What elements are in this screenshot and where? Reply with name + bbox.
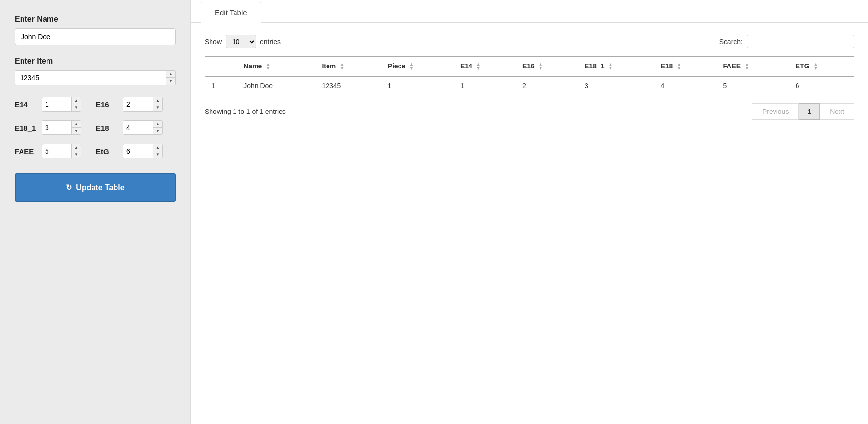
e18-field: E18 ▲ ▼: [96, 120, 163, 135]
faee-spin-down[interactable]: ▼: [72, 151, 81, 158]
search-input[interactable]: [747, 35, 854, 48]
faee-field: FAEE ▲ ▼: [15, 144, 81, 158]
e18_1-spin-up[interactable]: ▲: [72, 121, 81, 128]
e18_1-field: E18_1 ▲ ▼: [15, 120, 81, 135]
row-etg: 6: [789, 76, 854, 94]
col-item[interactable]: Item ▲▼: [315, 57, 380, 76]
item-input[interactable]: [15, 71, 166, 85]
update-table-button[interactable]: ↻ Update Table: [15, 173, 176, 202]
e14-field: E14 ▲ ▼: [15, 97, 81, 112]
e14-input[interactable]: [42, 97, 71, 111]
entries-select[interactable]: 10 25 50 100: [226, 35, 256, 48]
next-button[interactable]: Next: [820, 103, 854, 120]
e16-spin-up[interactable]: ▲: [153, 97, 162, 104]
row-e14: 1: [453, 76, 516, 94]
datatable-controls: Show 10 25 50 100 entries Search:: [205, 35, 854, 48]
etg-spin-up[interactable]: ▲: [153, 144, 162, 151]
previous-button[interactable]: Previous: [752, 103, 799, 120]
e18-spin-up[interactable]: ▲: [153, 121, 162, 128]
e16-label: E16: [96, 100, 118, 109]
table-header-row: Name ▲▼ Item ▲▼ Piece ▲▼ E14 ▲▼: [205, 57, 854, 76]
e18_1-spin-down[interactable]: ▼: [72, 128, 81, 134]
e14-spin-up[interactable]: ▲: [72, 97, 81, 104]
faee-input[interactable]: [42, 144, 71, 158]
col-e18_1[interactable]: E18_1 ▲▼: [578, 57, 654, 76]
enter-item-label: Enter Item: [15, 57, 176, 66]
show-entries: Show 10 25 50 100 entries: [205, 35, 281, 48]
etg-input-wrap: ▲ ▼: [123, 144, 163, 158]
update-icon: ↻: [66, 183, 72, 192]
etg-label: EtG: [96, 147, 118, 156]
e14-label: E14: [15, 100, 37, 109]
e18-input-wrap: ▲ ▼: [123, 120, 163, 135]
e16-spin: ▲ ▼: [153, 97, 162, 111]
e16-spin-down[interactable]: ▼: [153, 104, 162, 111]
etg-spin: ▲ ▼: [153, 144, 162, 158]
e18_1-input-wrap: ▲ ▼: [42, 120, 81, 135]
etg-field: EtG ▲ ▼: [96, 144, 163, 158]
numeric-fields: E14 ▲ ▼ E16 ▲ ▼: [15, 97, 176, 158]
col-faee[interactable]: FAEE ▲▼: [716, 57, 789, 76]
left-panel: Enter Name Enter Item ▲ ▼ E14 ▲ ▼ E16: [0, 0, 191, 424]
numeric-row-3: FAEE ▲ ▼ EtG ▲ ▼: [15, 144, 176, 158]
e18-spin-down[interactable]: ▼: [153, 128, 162, 134]
row-item: 12345: [315, 76, 380, 94]
col-e14[interactable]: E14 ▲▼: [453, 57, 516, 76]
col-name[interactable]: Name ▲▼: [236, 57, 315, 76]
data-table: Name ▲▼ Item ▲▼ Piece ▲▼ E14 ▲▼: [205, 56, 854, 94]
e18_1-label: E18_1: [15, 124, 37, 132]
faee-label: FAEE: [15, 147, 37, 156]
e18_1-input[interactable]: [42, 121, 71, 134]
entries-label: entries: [260, 38, 281, 45]
faee-spin: ▲ ▼: [71, 144, 81, 158]
col-e18[interactable]: E18 ▲▼: [654, 57, 716, 76]
sort-name-icon: ▲▼: [266, 62, 270, 71]
row-e16: 2: [516, 76, 578, 94]
col-piece[interactable]: Piece ▲▼: [381, 57, 453, 76]
tab-edit-table[interactable]: Edit Table: [201, 2, 261, 23]
numeric-row-1: E14 ▲ ▼ E16 ▲ ▼: [15, 97, 176, 112]
sort-etg-icon: ▲▼: [813, 62, 818, 71]
sort-e18-icon: ▲▼: [677, 62, 681, 71]
name-input[interactable]: [15, 28, 176, 45]
e18-spin: ▲ ▼: [153, 121, 162, 134]
etg-input[interactable]: [123, 144, 153, 158]
item-spin-down[interactable]: ▼: [166, 78, 175, 85]
row-e18_1: 3: [578, 76, 654, 94]
update-label: Update Table: [76, 183, 124, 192]
col-e16[interactable]: E16 ▲▼: [516, 57, 578, 76]
row-piece: 1: [381, 76, 453, 94]
e18-input[interactable]: [123, 121, 153, 134]
table-row: 1 John Doe 12345 1 1 2 3 4 5 6: [205, 76, 854, 94]
e14-input-wrap: ▲ ▼: [42, 97, 81, 112]
e14-spin-down[interactable]: ▼: [72, 104, 81, 111]
sort-item-icon: ▲▼: [340, 62, 344, 71]
sort-e18_1-icon: ▲▼: [608, 62, 612, 71]
numeric-row-2: E18_1 ▲ ▼ E18 ▲ ▼: [15, 120, 176, 135]
enter-name-label: Enter Name: [15, 15, 176, 23]
sort-e14-icon: ▲▼: [476, 62, 481, 71]
row-name: John Doe: [236, 76, 315, 94]
etg-spin-down[interactable]: ▼: [153, 151, 162, 158]
e16-input-wrap: ▲ ▼: [123, 97, 163, 112]
datatable-footer: Showing 1 to 1 of 1 entries Previous 1 N…: [205, 103, 854, 120]
search-area: Search:: [719, 35, 854, 48]
tab-bar: Edit Table: [191, 0, 868, 23]
sort-faee-icon: ▲▼: [745, 62, 749, 71]
sort-piece-icon: ▲▼: [409, 62, 414, 71]
e18-label: E18: [96, 124, 118, 132]
search-label: Search:: [719, 38, 743, 45]
e14-spin: ▲ ▼: [71, 97, 81, 111]
row-e18: 4: [654, 76, 716, 94]
e16-input[interactable]: [123, 97, 153, 111]
item-spin-up[interactable]: ▲: [166, 71, 175, 78]
sort-e16-icon: ▲▼: [539, 62, 543, 71]
col-etg[interactable]: ETG ▲▼: [789, 57, 854, 76]
tab-content: Show 10 25 50 100 entries Search:: [191, 23, 868, 132]
pagination: Previous 1 Next: [752, 103, 854, 120]
faee-spin-up[interactable]: ▲: [72, 144, 81, 151]
showing-text: Showing 1 to 1 of 1 entries: [205, 108, 286, 115]
current-page: 1: [799, 103, 820, 120]
row-num: 1: [205, 76, 236, 94]
show-label: Show: [205, 38, 222, 45]
